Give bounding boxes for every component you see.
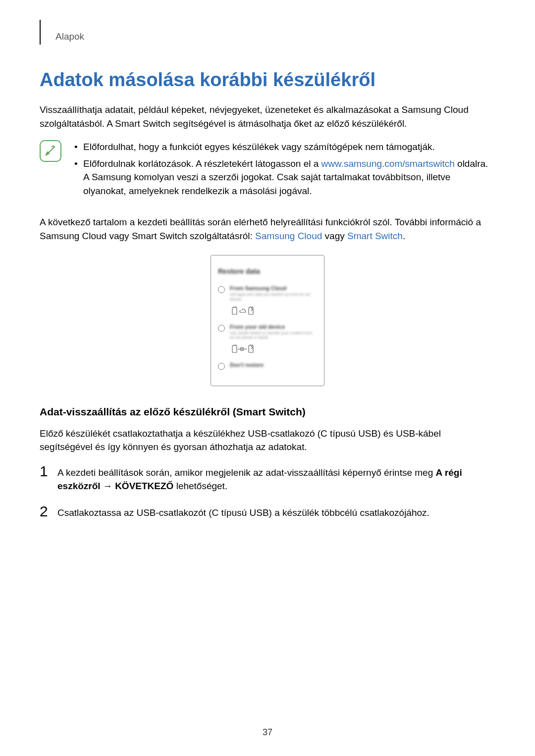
samsung-cloud-link[interactable]: Samsung Cloud [255, 231, 322, 241]
radio-icon [218, 286, 225, 293]
header-bar: Alapok [40, 20, 495, 45]
note-bullet-2-pre: Előfordulnak korlátozások. A részletekér… [83, 158, 321, 169]
note-bullet-2: Előfordulnak korlátozások. A részletekér… [71, 157, 495, 198]
svg-rect-0 [232, 307, 237, 314]
para2-mid: vagy [322, 231, 347, 241]
page-number: 37 [40, 727, 495, 738]
usb-transfer-icon [232, 344, 317, 355]
svg-rect-6 [232, 346, 237, 353]
mock-option-1: From Samsung Cloud Get apps and data you… [218, 285, 317, 316]
step-number-2: 2 [40, 504, 54, 519]
subheading: Adat-visszaállítás az előző készülékről … [40, 406, 495, 418]
mock-opt2-desc: Use Smart Switch to transfer your conten… [230, 331, 317, 340]
note-bullet-1: Előfordulhat, hogy a funkciót egyes kész… [71, 140, 495, 154]
intro-paragraph: Visszaállíthatja adatait, például képeke… [40, 103, 495, 130]
mock-opt2-label: From your old device [230, 324, 317, 330]
mock-option-2: From your old device Use Smart Switch to… [218, 324, 317, 355]
radio-icon [218, 363, 225, 370]
para2-end: . [403, 231, 405, 241]
paragraph-2: A következő tartalom a kezdeti beállítás… [40, 215, 495, 243]
step1-post: lehetőséget. [173, 481, 227, 491]
step2-body: Csatlakoztassa az USB-csatlakozót (C típ… [57, 504, 495, 520]
mock-opt1-desc: Get apps and data you backed up from an … [230, 292, 317, 302]
sub-intro: Előző készülékét csatlakoztathatja a kés… [40, 427, 495, 454]
radio-icon [218, 325, 225, 332]
cloud-transfer-icon [232, 306, 317, 317]
note-icon [40, 140, 61, 162]
svg-rect-3 [249, 307, 253, 314]
step-number-1: 1 [40, 464, 54, 479]
smart-switch-link[interactable]: Smart Switch [347, 231, 403, 241]
svg-rect-11 [249, 346, 253, 353]
step1-pre: A kezdeti beállítások során, amikor megj… [57, 467, 436, 478]
section-label: Alapok [55, 31, 84, 45]
mock-opt1-label: From Samsung Cloud [230, 285, 317, 291]
step-1: 1 A kezdeti beállítások során, amikor me… [40, 464, 495, 493]
note-list: Előfordulhat, hogy a funkciót egyes kész… [71, 140, 495, 201]
page-title: Adatok másolása korábbi készülékről [40, 69, 495, 91]
smartswitch-link[interactable]: www.samsung.com/smartswitch [321, 158, 455, 169]
step-2: 2 Csatlakoztassa az USB-csatlakozót (C t… [40, 504, 495, 520]
phone-mockup: Restore data From Samsung Cloud Get apps… [211, 255, 324, 386]
mock-title: Restore data [218, 267, 317, 275]
mock-option-3: Don't restore [218, 362, 317, 370]
note-block: Előfordulhat, hogy a funkciót egyes kész… [40, 140, 495, 201]
mock-opt3-label: Don't restore [230, 362, 317, 368]
